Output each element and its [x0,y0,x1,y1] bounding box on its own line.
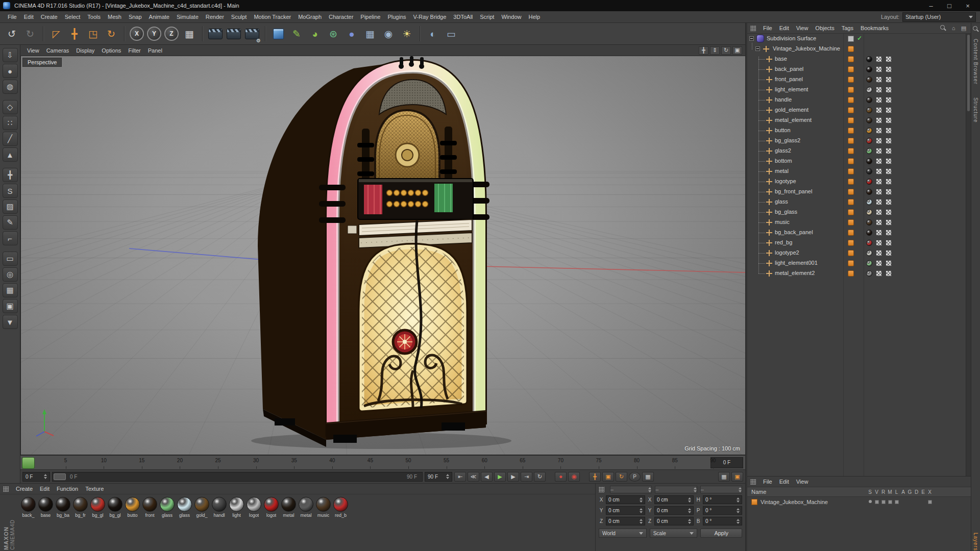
object-manager-menu-objects[interactable]: Objects [812,24,838,32]
dock-tab-content-browser[interactable]: Content Browser [973,39,978,84]
render-region-icon[interactable] [225,25,242,42]
collapse-icon[interactable] [749,36,754,41]
menu-select[interactable]: Select [61,12,84,21]
search-icon[interactable] [972,26,980,33]
tree-item-subdivision-surface[interactable]: Subdivision Surface ✓ [747,34,966,44]
jukebox-model[interactable] [251,56,511,449]
object-manager-menu-bookmarks[interactable]: Bookmarks [857,24,892,32]
toggle-view-icon[interactable]: ▣ [732,46,742,55]
material-tag-icon[interactable] [866,230,872,236]
tree-item-metal_element[interactable]: metal_element [747,115,966,126]
texture-tag-icon[interactable] [848,107,854,113]
material-thumbnail[interactable]: red_b [333,497,349,518]
menu-animate[interactable]: Animate [145,12,173,21]
coordinate-field[interactable]: 0 cm [606,495,645,504]
material-thumbnail[interactable]: bg_gl [107,497,123,518]
material-tag-icon[interactable] [866,77,872,83]
menu-create[interactable]: Create [37,12,61,21]
texture-tag-icon[interactable] [848,260,854,266]
texture-tag-icon[interactable] [848,87,854,93]
viewport-menu-filter[interactable]: Filter [125,46,144,55]
material-tag-icon[interactable] [866,97,872,103]
rotate-view-icon[interactable]: ↻ [721,46,731,55]
uvw-tag-icon[interactable] [876,148,882,154]
layer-cell-s[interactable] [867,500,873,504]
menu-file[interactable]: File [4,12,20,21]
material-thumbnail[interactable]: base [38,497,54,518]
snap-icon[interactable]: ◎ [3,267,18,282]
material-sphere-icon[interactable] [247,497,261,512]
key-rotation-icon[interactable]: ↻ [616,472,627,482]
material-thumbnail[interactable]: front [142,497,158,518]
goto-end-icon[interactable]: ⇥ [521,472,532,482]
layer-menu-edit[interactable]: Edit [776,478,793,486]
apply-button[interactable]: Apply [700,529,742,538]
layer-cell-x[interactable] [926,500,933,504]
material-sphere-icon[interactable] [264,497,279,512]
texture-tag-icon[interactable] [848,240,854,246]
axis-mode-icon[interactable]: ╋ [3,168,18,182]
rotate-tool-icon[interactable]: ↻ [103,25,120,42]
coordinate-field[interactable]: 0 cm [654,517,694,525]
timeline-power-slider[interactable]: 0 F 90 F [52,472,423,482]
material-sphere-icon[interactable] [316,497,331,512]
uvw-tag-icon[interactable] [876,56,882,62]
material-thumbnail[interactable]: gold_ [194,497,210,518]
prev-frame-icon[interactable]: ◀ [481,472,493,482]
phong-tag-icon[interactable] [886,168,892,174]
texture-tag-icon[interactable] [848,250,854,256]
viewport-menu-display[interactable]: Display [72,46,98,55]
texture-tag-icon[interactable] [848,189,854,195]
prev-key-icon[interactable]: ≪ [468,472,479,482]
panel-grip-icon[interactable] [750,479,756,485]
tree-item-bg_back_panel[interactable]: bg_back_panel [747,228,966,238]
viewport-menu-view[interactable]: View [23,46,43,55]
key-position-icon[interactable]: ╋ [589,472,601,482]
material-sphere-icon[interactable] [299,497,313,512]
uvw-tag-icon[interactable] [876,260,882,266]
material-tag-icon[interactable] [866,138,872,144]
tree-item-light_element[interactable]: light_element [747,85,966,95]
material-tag-icon[interactable] [866,199,872,205]
menu-character[interactable]: Character [325,12,357,21]
render-settings-icon[interactable]: ⚙ [243,25,261,42]
material-tag-icon[interactable] [866,270,872,277]
phong-tag-icon[interactable] [886,138,892,144]
add-mograph-icon[interactable]: ⊛ [325,25,342,42]
material-sphere-icon[interactable] [21,497,36,512]
live-selection-icon[interactable]: ◸ [47,25,65,42]
material-tag-icon[interactable] [866,209,872,215]
material-tag-icon[interactable] [866,56,872,62]
material-menu-edit[interactable]: Edit [36,485,53,493]
close-button[interactable]: × [959,0,977,11]
key-scale-icon[interactable]: ▣ [602,472,614,482]
layer-row[interactable]: Vintage_Jukebox_Machine [747,497,971,507]
minimize-timeline-icon[interactable]: ▣ [731,472,743,482]
material-tag-icon[interactable] [866,117,872,123]
material-sphere-icon[interactable] [38,497,53,512]
material-thumbnail[interactable]: glass [177,497,192,518]
material-sphere-icon[interactable] [194,497,209,512]
menu-window[interactable]: Window [498,12,525,21]
edges-mode-icon[interactable]: ╱ [3,132,18,146]
coordinate-field[interactable]: 0 cm [654,495,694,504]
phong-tag-icon[interactable] [886,77,892,83]
autokey-icon[interactable]: ◉ [568,472,580,482]
tree-item-red_bg[interactable]: red_bg [747,238,966,248]
tree-item-bg_glass[interactable]: bg_glass [747,207,966,217]
phong-tag-icon[interactable] [886,250,892,256]
panel-splitter[interactable] [745,23,747,551]
texture-tag-icon[interactable] [848,46,854,52]
uvw-tag-icon[interactable] [876,168,882,174]
add-environment-icon[interactable]: ▦ [361,25,379,42]
material-sphere-icon[interactable] [90,497,105,512]
coordinate-field[interactable]: 0 cm [654,506,694,515]
phong-tag-icon[interactable] [886,107,892,113]
scale-tool-icon[interactable]: ◳ [84,25,102,42]
coordinate-field[interactable]: 0 ° [703,506,742,515]
uvw-tag-icon[interactable] [876,250,882,256]
material-thumbnail[interactable]: bg_ba [55,497,71,518]
material-thumbnail[interactable]: bg_gl [90,497,106,518]
menu-render[interactable]: Render [202,12,228,21]
menu-edit[interactable]: Edit [20,12,37,21]
